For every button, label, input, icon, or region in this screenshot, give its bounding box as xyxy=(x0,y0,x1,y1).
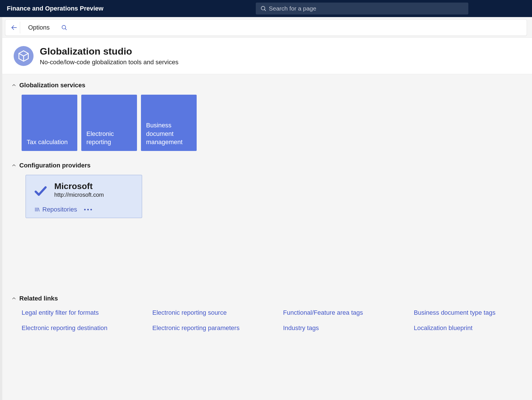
provider-top: Microsoft http://microsoft.com xyxy=(33,181,134,198)
content-area: Globalization services Tax calculation E… xyxy=(0,74,532,332)
section-related: Related links Legal entity filter for fo… xyxy=(11,295,521,332)
tile-electronic-reporting[interactable]: Electronic reporting xyxy=(81,95,137,151)
section-services-header[interactable]: Globalization services xyxy=(11,82,521,89)
tile-tax-calculation[interactable]: Tax calculation xyxy=(22,95,77,151)
app-title: Finance and Operations Preview xyxy=(7,5,103,12)
tile-label: Business document management xyxy=(146,121,192,146)
link-legal-entity-filter[interactable]: Legal entity filter for formats xyxy=(22,309,149,316)
page-subtitle: No-code/low-code globalization tools and… xyxy=(40,59,178,66)
section-related-title: Related links xyxy=(19,295,58,302)
page-icon xyxy=(14,46,34,66)
action-bar: Options xyxy=(5,19,527,36)
related-links-grid: Legal entity filter for formats Electron… xyxy=(22,309,521,332)
link-business-document-tags[interactable]: Business document type tags xyxy=(414,309,532,316)
section-providers-header[interactable]: Configuration providers xyxy=(11,162,521,169)
svg-point-3 xyxy=(62,25,66,29)
tile-label: Tax calculation xyxy=(27,138,68,146)
tile-label: Electronic reporting xyxy=(86,130,132,146)
link-functional-feature-tags[interactable]: Functional/Feature area tags xyxy=(283,309,411,316)
page-title: Globalization studio xyxy=(40,46,178,57)
page-title-block: Globalization studio No-code/low-code gl… xyxy=(40,46,178,66)
chevron-up-icon xyxy=(11,83,16,88)
link-industry-tags[interactable]: Industry tags xyxy=(283,324,411,332)
section-related-header[interactable]: Related links xyxy=(11,295,521,302)
top-bar: Finance and Operations Preview Search fo… xyxy=(0,0,532,17)
repositories-label: Repositories xyxy=(42,206,77,213)
link-electronic-reporting-source[interactable]: Electronic reporting source xyxy=(152,309,280,316)
chevron-up-icon xyxy=(11,163,16,168)
provider-card-microsoft[interactable]: Microsoft http://microsoft.com Repositor… xyxy=(26,175,142,218)
link-localization-blueprint[interactable]: Localization blueprint xyxy=(414,324,532,332)
provider-text: Microsoft http://microsoft.com xyxy=(54,181,104,198)
link-electronic-reporting-destination[interactable]: Electronic reporting destination xyxy=(22,324,149,332)
arrow-left-icon xyxy=(11,24,18,31)
svg-line-1 xyxy=(264,9,266,11)
box-icon xyxy=(17,50,30,62)
more-actions-button[interactable]: ••• xyxy=(84,206,93,213)
search-input[interactable]: Search for a page xyxy=(256,3,468,14)
svg-line-4 xyxy=(65,28,66,30)
tile-business-document-management[interactable]: Business document management xyxy=(141,95,197,151)
chevron-up-icon xyxy=(11,296,16,301)
options-button[interactable]: Options xyxy=(25,22,53,34)
link-electronic-reporting-parameters[interactable]: Electronic reporting parameters xyxy=(152,324,280,332)
svg-line-8 xyxy=(38,208,39,212)
search-placeholder: Search for a page xyxy=(269,5,316,12)
provider-url: http://microsoft.com xyxy=(54,192,104,198)
section-services-title: Globalization services xyxy=(19,82,85,89)
provider-name: Microsoft xyxy=(54,181,104,191)
action-search-button[interactable] xyxy=(58,22,70,34)
section-providers-title: Configuration providers xyxy=(19,162,91,169)
back-button[interactable] xyxy=(8,22,20,34)
search-icon xyxy=(61,24,67,31)
repositories-link[interactable]: Repositories xyxy=(34,206,77,213)
search-icon xyxy=(260,5,267,12)
checkmark-icon xyxy=(33,184,48,198)
library-icon xyxy=(34,207,40,212)
provider-actions: Repositories ••• xyxy=(34,206,134,213)
svg-point-0 xyxy=(261,6,265,10)
page-header: Globalization studio No-code/low-code gl… xyxy=(0,38,532,74)
sidebar-edge xyxy=(0,17,2,400)
services-tiles: Tax calculation Electronic reporting Bus… xyxy=(22,95,521,151)
